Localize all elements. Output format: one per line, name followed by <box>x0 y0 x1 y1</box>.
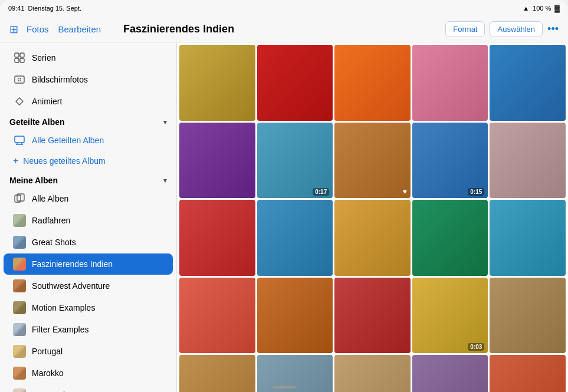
filter-examples-label: Filter Examples <box>32 325 88 334</box>
sidebar-toggle-icon: ⊞ <box>9 24 18 35</box>
photo-badge: 0:15 <box>468 188 484 196</box>
my-albums-header: Meine Alben ▾ <box>0 171 176 187</box>
date: Dienstag 15. Sept. <box>28 5 82 12</box>
photo-cell-photo12[interactable] <box>257 200 333 276</box>
fotos-label: Fotos <box>27 24 49 34</box>
photo-cell-photo3[interactable] <box>334 45 411 121</box>
my-albums-label: Meine Alben <box>9 176 58 185</box>
wifi-icon: ▲ <box>523 5 529 12</box>
toolbar-right: Format Auswählen ••• <box>445 21 559 37</box>
bildschirmfotos-label: Bildschirmfotos <box>32 75 88 84</box>
status-bar-left: 09:41 Dienstag 15. Sept. <box>8 5 81 12</box>
svg-rect-6 <box>15 136 24 143</box>
animiert-icon <box>13 95 26 108</box>
sidebar-item-bildschirmfotos[interactable]: Bildschirmfotos <box>4 69 173 90</box>
more-icon: ••• <box>547 23 559 35</box>
grid-row-4 <box>179 355 566 392</box>
more-button[interactable]: ••• <box>547 23 559 35</box>
animiert-label: Animiert <box>32 97 62 106</box>
svg-rect-2 <box>15 58 19 62</box>
svg-rect-8 <box>17 194 24 201</box>
photo-cell-photo25[interactable] <box>490 355 566 392</box>
serien-icon <box>13 51 26 64</box>
photo-cell-photo21[interactable] <box>179 355 255 392</box>
toolbar-center: Faszinierendes Indien <box>111 23 436 35</box>
grid-row-0 <box>179 45 566 121</box>
southwest-adventure-label: Southwest Adventure <box>32 281 110 291</box>
radfahren-thumb <box>13 214 26 227</box>
photo-cell-photo4[interactable] <box>412 45 488 121</box>
photo-cell-photo6[interactable] <box>179 123 255 199</box>
top-items-section: Serien Bildschirmfotos <box>0 47 176 112</box>
shared-albums-label: Geteilte Alben <box>9 117 65 127</box>
sidebar-item-puppy-pics[interactable]: Puppy Pics <box>4 384 173 392</box>
sidebar-item-serien[interactable]: Serien <box>4 47 173 68</box>
photo-cell-photo13[interactable] <box>334 200 411 276</box>
portugal-thumb <box>13 345 26 358</box>
new-shared-album-button[interactable]: + Neues geteiltes Album <box>4 151 173 170</box>
photo-cell-photo20[interactable] <box>490 278 566 354</box>
faszinierendes-indien-label: Faszinierendes Indien <box>32 259 113 269</box>
photo-cell-photo19[interactable]: 0:03 <box>412 278 488 354</box>
svg-rect-3 <box>20 58 24 62</box>
my-albums-chevron[interactable]: ▾ <box>163 177 167 185</box>
grid-row-2 <box>179 200 566 276</box>
photo-cell-photo7[interactable]: 0:17 <box>257 123 333 199</box>
sidebar-item-radfahren[interactable]: Radfahren <box>4 210 173 231</box>
alle-alben-icon <box>13 192 26 205</box>
sidebar: Serien Bildschirmfotos <box>0 42 177 392</box>
photo-cell-photo18[interactable] <box>334 278 411 354</box>
photo-cell-photo17[interactable] <box>257 278 333 354</box>
marokko-label: Marokko <box>32 368 64 378</box>
photo-cell-photo10[interactable] <box>490 123 566 199</box>
toolbar-left: ⊞ Fotos Bearbeiten <box>9 22 102 37</box>
photo-cell-photo16[interactable] <box>179 278 255 354</box>
plus-icon: + <box>13 156 18 166</box>
sidebar-item-alle-geteilte[interactable]: Alle Geteilten Alben <box>4 130 173 151</box>
great-shots-thumb <box>13 236 26 249</box>
photo-cell-photo23[interactable] <box>334 355 411 392</box>
sidebar-toggle-button[interactable]: ⊞ <box>9 23 18 36</box>
photo-cell-photo1[interactable] <box>179 45 255 121</box>
sidebar-item-portugal[interactable]: Portugal <box>4 341 173 362</box>
new-shared-album-label: Neues geteiltes Album <box>23 156 105 166</box>
bearbeiten-button[interactable]: Bearbeiten <box>57 22 103 37</box>
photo-cell-photo11[interactable] <box>179 200 255 276</box>
filter-examples-thumb <box>13 323 26 336</box>
status-bar-right: ▲ 100 % ▓ <box>523 4 560 12</box>
svg-rect-0 <box>15 53 19 57</box>
sidebar-item-faszinierendes-indien[interactable]: Faszinierendes Indien <box>4 253 173 275</box>
alle-geteilte-label: Alle Geteilten Alben <box>32 136 104 145</box>
sidebar-item-motion-examples[interactable]: Motion Examples <box>4 297 173 318</box>
photo-cell-photo9[interactable]: 0:15 <box>412 123 488 199</box>
sidebar-item-animiert[interactable]: Animiert <box>4 91 173 112</box>
photo-cell-photo5[interactable] <box>490 45 566 121</box>
photo-grid: 0:17♥0:150:03 <box>177 42 568 392</box>
heart-icon: ♥ <box>403 187 407 196</box>
my-albums-list: Alle AlbenRadfahrenGreat ShotsFasziniere… <box>0 188 176 392</box>
photo-cell-photo24[interactable] <box>412 355 488 392</box>
battery-label: 100 % <box>533 5 551 12</box>
sidebar-item-southwest-adventure[interactable]: Southwest Adventure <box>4 275 173 297</box>
shared-chevron[interactable]: ▾ <box>163 118 167 126</box>
photo-cell-photo2[interactable] <box>257 45 333 121</box>
sidebar-item-filter-examples[interactable]: Filter Examples <box>4 319 173 340</box>
photo-cell-photo8[interactable]: ♥ <box>334 123 411 199</box>
grid-container: 0:17♥0:150:03 <box>179 45 566 392</box>
photo-cell-photo15[interactable] <box>490 200 566 276</box>
sidebar-item-great-shots[interactable]: Great Shots <box>4 232 173 253</box>
shared-albums-header: Geteilte Alben ▾ <box>0 113 176 129</box>
battery-icon: ▓ <box>554 4 560 12</box>
sidebar-item-alle-alben[interactable]: Alle Alben <box>4 188 173 209</box>
app-container: ⊞ Fotos Bearbeiten Faszinierendes Indien… <box>0 17 568 392</box>
time: 09:41 <box>8 5 25 12</box>
sidebar-item-marokko[interactable]: Marokko <box>4 363 173 384</box>
svg-point-5 <box>18 78 21 81</box>
puppy-pics-thumb <box>13 388 26 392</box>
format-button[interactable]: Format <box>445 21 485 37</box>
photo-cell-photo14[interactable] <box>412 200 488 276</box>
select-button[interactable]: Auswählen <box>490 21 543 37</box>
motion-examples-label: Motion Examples <box>32 303 95 312</box>
photo-badge: 0:17 <box>313 188 329 196</box>
content-area: Serien Bildschirmfotos <box>0 42 568 392</box>
